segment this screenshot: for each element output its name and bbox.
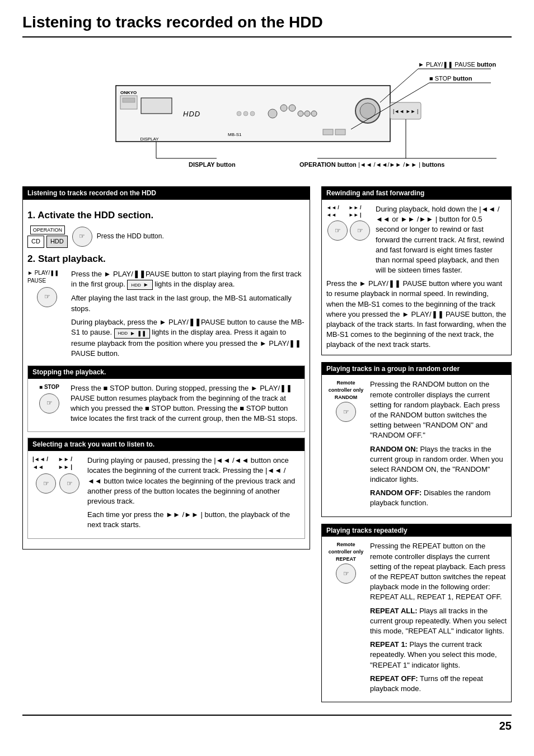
skip-back-label: |◄◄ /◄◄ [32, 456, 56, 471]
selecting-header: Selecting a track you want to listen to. [28, 438, 305, 451]
repeat-row: Remote controller only REPEAT ☞ Pressing… [326, 541, 507, 694]
step2-instruction2: After playing the last track in the last… [71, 293, 305, 313]
left-section-header: Listening to tracks recorded on the HDD [23, 187, 310, 200]
page-title: Listening to tracks recorded on the HDD [22, 11, 512, 37]
random-content: Remote controller only RANDOM ☞ Pressing… [322, 375, 511, 516]
random-section: Playing tracks in a group in random orde… [321, 362, 512, 517]
random-header: Playing tracks in a group in random orde… [322, 363, 511, 375]
select-icons-col: |◄◄ /◄◄ ►► /►► | ☞ ☞ [32, 456, 83, 494]
repeat-all-text: REPEAT ALL: Plays all tracks in the curr… [370, 606, 507, 637]
stopping-instruction: Press the ■ STOP button. During stopped,… [71, 383, 300, 424]
rewinding-instruction: During playback, hold down the |◄◄ /◄◄ o… [376, 204, 507, 275]
rewind-fwd-label: ►► /►► | [349, 204, 371, 218]
repeat-icon-col: Remote controller only REPEAT ☞ [326, 541, 366, 584]
rewind-back-label: ◄◄ /◄◄ [326, 204, 346, 218]
svg-rect-13 [141, 98, 172, 114]
device-diagram-area: ONKYO HDD |◄◄ ►► | MB-S1 DISPLAY [38, 46, 496, 181]
svg-text:OPERATION button  |◄◄ /◄◄/►► /: OPERATION button |◄◄ /◄◄/►► /►► | button… [299, 161, 444, 168]
random-on-label: RANDOM ON: [370, 445, 418, 453]
svg-text:ONKYO: ONKYO [120, 90, 137, 95]
svg-text:|◄◄ ►► |: |◄◄ ►► | [393, 109, 418, 114]
random-btn-label: RANDOM [335, 394, 358, 401]
right-column: Rewinding and fast forwarding ◄◄ /◄◄ ►► … [321, 186, 512, 709]
random-instruction: Pressing the RANDOM button on the remote… [370, 379, 507, 440]
step2-instructions: Press the ► PLAY/❚❚PAUSE button to start… [71, 269, 305, 362]
selecting-content: |◄◄ /◄◄ ►► /►► | ☞ ☞ During playing or p… [28, 451, 305, 538]
pause-display-indicator: HDD► ❚❚ [114, 328, 150, 339]
svg-text:DISPLAY: DISPLAY [140, 137, 159, 142]
svg-point-21 [243, 111, 248, 116]
operation-label: OPERATION [30, 226, 65, 235]
step2-heading: 2. Start playback. [27, 252, 305, 266]
svg-point-6 [280, 105, 287, 111]
repeat-section: Playing tracks repeatedly Remote control… [321, 524, 512, 702]
device-svg: ONKYO HDD |◄◄ ►► | MB-S1 DISPLAY [38, 46, 496, 175]
page-number: 25 [22, 715, 512, 734]
repeat-off-text: REPEAT OFF: Turns off the repeat playbac… [370, 674, 507, 694]
play-display-indicator: HDD► [127, 280, 152, 290]
svg-point-10 [311, 111, 317, 116]
rewind-back-icon: ☞ [327, 220, 348, 241]
stopping-header: Stopping the playback. [28, 366, 305, 379]
random-remote-icon: ☞ [336, 402, 356, 422]
repeat-remote-label: Remote controller only [326, 541, 366, 555]
step2-instruction1: Press the ► PLAY/❚❚PAUSE button to start… [71, 269, 305, 290]
main-content: Listening to tracks recorded on the HDD … [22, 186, 512, 709]
left-column: Listening to tracks recorded on the HDD … [22, 186, 310, 709]
svg-point-20 [237, 111, 241, 116]
skip-fwd-icon: ☞ [59, 473, 79, 494]
repeat1-text: REPEAT 1: Plays the current track repeat… [370, 640, 507, 670]
svg-point-22 [250, 111, 255, 116]
selecting-instructions: During playing or paused, pressing the |… [87, 456, 300, 530]
step1-operation-row: OPERATION CD HDD ☞ Press the HDD button. [27, 226, 305, 248]
stopping-section: Stopping the playback. ■ STOP ☞ Press th… [27, 365, 305, 433]
cd-button: CD [27, 236, 44, 247]
step2-play-row: ► PLAY/❚❚ PAUSE ☞ Press the ► PLAY/❚❚PAU… [27, 269, 305, 362]
repeat-instruction: Pressing the REPEAT button on the remote… [370, 541, 507, 602]
stop-circle-icon: ☞ [39, 393, 59, 414]
play-icon-label: ► PLAY/❚❚ PAUSE [27, 269, 67, 285]
repeat-header: Playing tracks repeatedly [322, 524, 511, 537]
rewinding-section: Rewinding and fast forwarding ◄◄ /◄◄ ►► … [321, 186, 512, 355]
selecting-section: Selecting a track you want to listen to.… [27, 438, 305, 538]
skip-fwd-label: ►► /►► | [58, 456, 83, 471]
svg-text:MB-S1: MB-S1 [228, 132, 242, 137]
cd-hdd-buttons: CD HDD [27, 236, 68, 247]
svg-point-7 [289, 105, 296, 111]
rewind-fwd-icon: ☞ [350, 220, 370, 241]
svg-text:HDD: HDD [183, 110, 200, 118]
svg-rect-3 [123, 98, 135, 102]
stopping-row: ■ STOP ☞ Press the ■ STOP button. During… [32, 383, 300, 424]
random-remote-label: Remote controller only [326, 379, 366, 393]
play-icon-col: ► PLAY/❚❚ PAUSE ☞ [27, 269, 67, 307]
random-instructions: Pressing the RANDOM button on the remote… [370, 379, 507, 508]
operation-control: OPERATION CD HDD [27, 226, 68, 248]
random-on-text: RANDOM ON: Plays the tracks in the curre… [370, 444, 507, 485]
display1-suffix: lights in the display area. [154, 280, 235, 288]
svg-rect-14 [323, 129, 333, 135]
repeat-remote-icon: ☞ [336, 564, 356, 584]
rewind-labels: ◄◄ /◄◄ ►► /►► | [326, 204, 371, 218]
hdd-super: HDD [131, 282, 140, 288]
rewinding-content: ◄◄ /◄◄ ►► /►► | ☞ ☞ During playback, hol… [322, 200, 511, 355]
random-icon-col: Remote controller only RANDOM ☞ [326, 379, 366, 422]
step1-heading: 1. Activate the HDD section. [27, 209, 305, 222]
hdd-button: HDD [46, 236, 68, 247]
rewinding-instruction2: Press the ► PLAY/❚❚ PAUSE button where y… [326, 279, 507, 350]
left-section-content: 1. Activate the HDD section. OPERATION C… [23, 200, 310, 549]
svg-point-9 [305, 111, 310, 116]
rewinding-row: ◄◄ /◄◄ ►► /►► | ☞ ☞ During playback, hol… [326, 204, 507, 275]
select-skip-labels: |◄◄ /◄◄ ►► /►► | [32, 456, 83, 471]
rewind-icons-col: ◄◄ /◄◄ ►► /►► | ☞ ☞ [326, 204, 371, 241]
repeat-instructions: Pressing the REPEAT button on the remote… [370, 541, 507, 694]
step1-instruction: Press the HDD button. [97, 232, 164, 241]
svg-point-8 [298, 111, 303, 116]
random-off-label: RANDOM OFF: [370, 489, 421, 497]
selecting-instruction2: Each time yor press the ►► /►► | button,… [87, 510, 300, 530]
stopping-content: ■ STOP ☞ Press the ■ STOP button. During… [28, 379, 305, 432]
left-section-box: Listening to tracks recorded on the HDD … [22, 186, 310, 549]
repeat-all-label: REPEAT ALL: [370, 607, 418, 615]
rewinding-header: Rewinding and fast forwarding [322, 187, 511, 200]
select-icons: ☞ ☞ [36, 473, 79, 494]
repeat1-label: REPEAT 1: [370, 640, 407, 649]
